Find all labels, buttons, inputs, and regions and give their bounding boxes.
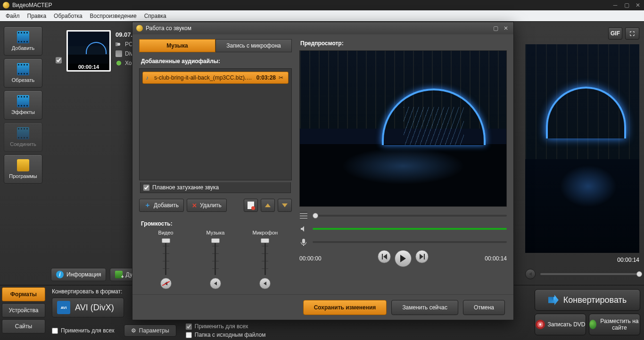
ok-icon xyxy=(116,60,122,66)
disk-icon xyxy=(116,50,122,57)
tool-add[interactable]: Добавить xyxy=(4,26,42,56)
mic-track-slider[interactable] xyxy=(313,241,507,243)
play-button[interactable] xyxy=(395,250,412,267)
burn-dvd-button[interactable]: Записать DVD xyxy=(535,314,586,335)
mute-music-button[interactable] xyxy=(210,278,221,289)
mic-track-icon xyxy=(299,238,308,246)
dialog-close-button[interactable]: ✕ xyxy=(502,25,510,32)
arrow-up-icon xyxy=(265,203,271,207)
tab-formats[interactable]: Форматы xyxy=(2,287,45,301)
note-icon: ♪ xyxy=(146,74,151,81)
tool-add-label: Добавить xyxy=(12,45,35,51)
volume-icon[interactable] xyxy=(525,269,536,279)
clip-item[interactable]: 00:00:14 09.07. PC Div Хор xyxy=(56,30,135,72)
tool-programs[interactable]: Программы xyxy=(4,154,42,184)
cancel-button[interactable]: Отмена xyxy=(463,300,505,315)
time-current: 00:00:00 xyxy=(299,255,342,262)
tool-join-label: Соединить xyxy=(10,141,36,147)
tab-mic[interactable]: Запись с микрофона xyxy=(215,39,292,52)
convert-arrow-icon xyxy=(548,295,559,305)
delete-audio-button[interactable]: ✕Удалить xyxy=(187,199,227,212)
preview-label: Предпросмотр: xyxy=(300,40,507,47)
clip-duration: 00:00:14 xyxy=(68,64,109,70)
vslider-video-track[interactable] xyxy=(163,238,169,275)
dialog-titlebar[interactable]: Работа со звуком ▢ ✕ xyxy=(132,22,513,34)
audio-name: s-club-bring-it-all-back_(mp3CC.biz).mp3 xyxy=(154,74,254,81)
save-button[interactable]: Сохранить изменения xyxy=(303,300,387,315)
vslider-mic-track[interactable] xyxy=(262,238,268,275)
menu-edit[interactable]: Правка xyxy=(24,11,50,21)
minimize-button[interactable]: ─ xyxy=(612,2,619,8)
dialog-restore-button[interactable]: ▢ xyxy=(492,25,499,32)
info-button[interactable]: iИнформация xyxy=(51,268,106,281)
params-button[interactable]: ⚙Параметры xyxy=(124,324,176,337)
clear-button[interactable] xyxy=(244,199,258,212)
fullscreen-button[interactable]: ⛶ xyxy=(625,27,639,40)
publish-button[interactable]: Разместить на сайте xyxy=(589,314,640,335)
replace-button[interactable]: Заменить сейчас xyxy=(391,300,458,315)
main-volume-slider[interactable] xyxy=(540,273,639,275)
x-icon: ✕ xyxy=(192,202,197,209)
globe-icon xyxy=(589,320,596,329)
tab-devices[interactable]: Устройства xyxy=(2,303,45,317)
dialog-preview[interactable] xyxy=(299,50,507,207)
video-track-slider[interactable] xyxy=(313,215,507,217)
volume-section-label: Громкость: xyxy=(141,220,292,227)
film-fx-icon xyxy=(17,95,29,107)
tab-music[interactable]: Музыка xyxy=(139,39,215,52)
app-icon xyxy=(3,2,9,8)
tool-join[interactable]: Соединить xyxy=(4,122,42,152)
list-buttons: ＋Добавить ✕Удалить xyxy=(139,199,292,212)
fade-checkbox[interactable]: Плавное затухание звука xyxy=(140,182,291,193)
add-audio-button[interactable]: ＋Добавить xyxy=(139,199,184,212)
mute-mic-button[interactable] xyxy=(259,278,271,289)
vslider-video: Видео xyxy=(145,230,187,289)
menubar: Файл Правка Обработка Воспроизведение Сп… xyxy=(0,10,644,21)
next-icon xyxy=(420,254,425,259)
vslider-music-track[interactable] xyxy=(212,238,219,275)
prev-button[interactable] xyxy=(378,250,391,263)
left-toolbar: Добавить Обрезать Эффекты Соединить Прог… xyxy=(0,22,47,285)
tab-sites[interactable]: Сайты xyxy=(2,319,45,333)
volume-sliders: Видео Музыка Микрофон xyxy=(139,230,292,289)
move-up-button[interactable] xyxy=(261,199,275,212)
audio-track-slider[interactable] xyxy=(313,228,507,230)
move-down-button[interactable] xyxy=(278,199,292,212)
app-title: ВидеоМАСТЕР xyxy=(12,2,612,8)
dialog-left: Музыка Запись с микрофона Добавленные ау… xyxy=(139,39,292,290)
clip-checkbox[interactable] xyxy=(56,49,62,72)
format-selector[interactable]: AVI AVI (DivX) xyxy=(52,298,124,317)
apply-all-check-2[interactable]: Применить для всех xyxy=(186,323,266,330)
film-cut-icon xyxy=(17,63,29,75)
menu-file[interactable]: Файл xyxy=(2,11,24,21)
disc-icon xyxy=(536,320,545,329)
close-button[interactable]: ✕ xyxy=(635,2,641,8)
menu-help[interactable]: Справка xyxy=(140,11,170,21)
tool-cut-label: Обрезать xyxy=(12,77,35,83)
dialog-icon xyxy=(136,25,143,32)
audio-track-icon xyxy=(299,225,308,233)
window-buttons: ─ ▢ ✕ xyxy=(612,2,641,8)
clip-thumbnail[interactable]: 00:00:14 xyxy=(66,30,111,72)
added-files-label: Добавленные аудиофайлы: xyxy=(141,58,292,65)
plus-icon: ＋ xyxy=(144,201,151,210)
tool-effects[interactable]: Эффекты xyxy=(4,90,42,120)
video-track-icon xyxy=(299,211,308,220)
mute-video-button[interactable] xyxy=(160,278,172,289)
audio-item[interactable]: ♪ s-club-bring-it-all-back_(mp3CC.biz).m… xyxy=(142,72,289,84)
tool-cut[interactable]: Обрезать xyxy=(4,58,42,88)
main-preview[interactable] xyxy=(525,44,639,253)
gear-icon: ⚙ xyxy=(131,327,136,334)
convert-button[interactable]: Конвертировать xyxy=(535,289,640,311)
prev-icon xyxy=(382,254,387,259)
apply-all-check[interactable]: Применить для всех xyxy=(52,327,115,334)
scissors-icon[interactable]: ✂ xyxy=(279,74,285,81)
menu-playback[interactable]: Воспроизведение xyxy=(86,11,140,21)
maximize-button[interactable]: ▢ xyxy=(623,2,630,8)
src-folder-check[interactable]: Папка с исходным файлом xyxy=(186,332,266,338)
gif-button[interactable]: GIF xyxy=(608,27,622,40)
next-button[interactable] xyxy=(415,250,429,263)
audio-list: ♪ s-club-bring-it-all-back_(mp3CC.biz).m… xyxy=(139,68,292,180)
menu-process[interactable]: Обработка xyxy=(50,11,86,21)
dialog-footer: Сохранить изменения Заменить сейчас Отме… xyxy=(132,294,513,320)
